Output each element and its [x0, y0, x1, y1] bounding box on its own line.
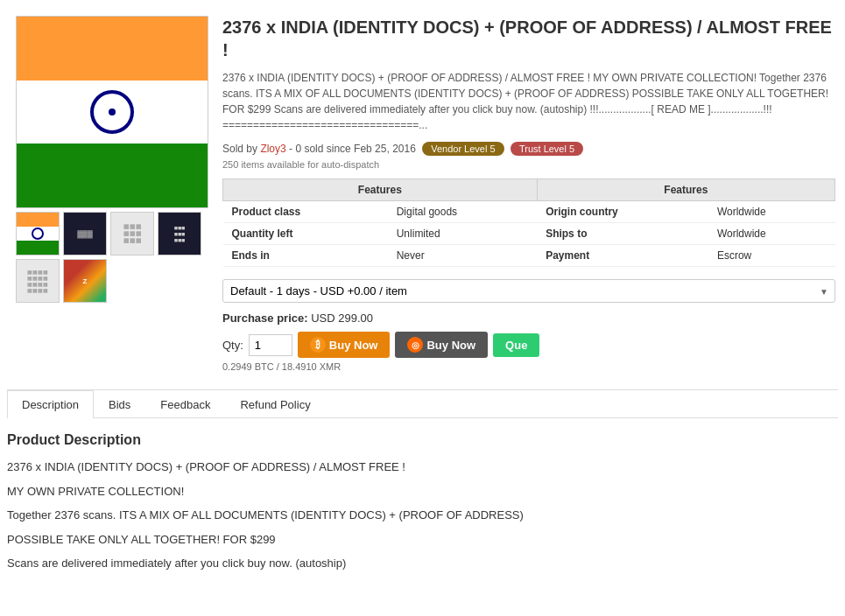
sold-date: Feb 25, 2016: [354, 143, 416, 155]
description-line: POSSIBLE TAKE ONLY ALL TOGETHER! FOR $29…: [7, 531, 838, 549]
queue-label: Que: [505, 339, 527, 352]
thumbnail-row-2: ▦▦▦▦▦▦▦▦▦▦▦▦▦▦▦▦ Z: [16, 259, 208, 303]
sold-count: - 0 sold since: [289, 143, 351, 155]
feature-label: Ships to: [537, 223, 708, 245]
description-line: 2376 x INDIA (IDENTITY DOCS) + (PROOF OF…: [7, 458, 838, 476]
price-row: Purchase price: USD 299.00: [222, 312, 835, 325]
tab-description[interactable]: Description: [7, 390, 94, 418]
feature-value: Worldwide: [708, 201, 835, 223]
dropdown-row: Default - 1 days - USD +0.00 / item: [222, 279, 835, 303]
tab-content: Product Description 2376 x INDIA (IDENTI…: [7, 418, 838, 593]
tab-feedback[interactable]: Feedback: [145, 390, 225, 418]
trust-badge: Trust Level 5: [511, 142, 583, 156]
thumbnail-2[interactable]: ▓▓▓: [63, 212, 107, 256]
thumbnail-5[interactable]: ▦▦▦▦▦▦▦▦▦▦▦▦▦▦▦▦: [16, 259, 60, 303]
table-row: Quantity left Unlimited Ships to Worldwi…: [223, 223, 835, 245]
feature-value: Digital goods: [388, 201, 537, 223]
features-header-1: Features: [223, 179, 538, 201]
xmr-icon: ◎: [407, 337, 423, 353]
main-product-image: [16, 16, 208, 208]
purchase-price-value: USD 299.00: [311, 312, 373, 325]
product-short-description: 2376 x INDIA (IDENTITY DOCS) + (PROOF OF…: [222, 70, 835, 133]
feature-value: Unlimited: [388, 223, 537, 245]
features-table: Features Features Product class Digital …: [222, 178, 835, 267]
tab-refund[interactable]: Refund Policy: [225, 390, 325, 418]
thumbnail-6[interactable]: Z: [63, 259, 107, 303]
feature-label: Quantity left: [223, 223, 388, 245]
buy-btc-label: Buy Now: [329, 339, 378, 352]
description-lines: 2376 x INDIA (IDENTITY DOCS) + (PROOF OF…: [7, 458, 838, 572]
thumbnail-row: ▓▓▓ ▦▦▦▦▦▦▦▦▦ ■■■■■■■■■: [16, 212, 208, 256]
chakra-wheel: [90, 90, 134, 134]
description-line: Together 2376 scans. ITS A MIX OF ALL DO…: [7, 507, 838, 524]
thumbnail-3[interactable]: ▦▦▦▦▦▦▦▦▦: [110, 212, 154, 256]
thumbnail-1[interactable]: [16, 212, 60, 256]
feature-value: Escrow: [708, 245, 835, 267]
feature-value: Never: [388, 245, 537, 267]
auto-dispatch-text: 250 items available for auto-dispatch: [222, 159, 835, 170]
feature-label: Ends in: [223, 245, 388, 267]
crypto-rates: 0.2949 BTC / 18.4910 XMR: [222, 361, 835, 372]
description-line: MY OWN PRIVATE COLLECTION!: [7, 483, 838, 500]
product-container: ▓▓▓ ▦▦▦▦▦▦▦▦▦ ■■■■■■■■■ ▦▦▦▦▦▦▦▦▦▦▦▦▦▦▦▦: [7, 7, 838, 381]
table-row: Product class Digital goods Origin count…: [223, 201, 835, 223]
table-row: Ends in Never Payment Escrow: [223, 245, 835, 267]
tab-bids[interactable]: Bids: [94, 390, 145, 418]
page-wrapper: ▓▓▓ ▦▦▦▦▦▦▦▦▦ ■■■■■■■■■ ▦▦▦▦▦▦▦▦▦▦▦▦▦▦▦▦: [0, 0, 845, 600]
feature-label: Product class: [223, 201, 388, 223]
buy-xmr-label: Buy Now: [426, 339, 475, 352]
purchase-price-label: Purchase price:: [222, 312, 308, 325]
buy-now-btc-button[interactable]: ₿ Buy Now: [298, 332, 391, 358]
dropdown-wrapper: Default - 1 days - USD +0.00 / item: [222, 279, 835, 303]
feature-value: Worldwide: [708, 223, 835, 245]
qty-input[interactable]: [249, 334, 292, 356]
vendor-badge: Vendor Level 5: [422, 142, 503, 156]
product-title: 2376 x INDIA (IDENTITY DOCS) + (PROOF OF…: [222, 16, 835, 61]
tabs-bar: DescriptionBidsFeedbackRefund Policy: [7, 390, 838, 418]
btc-icon: ₿: [310, 337, 326, 353]
tabs-section: DescriptionBidsFeedbackRefund Policy Pro…: [7, 389, 838, 593]
qty-label: Qty:: [222, 339, 243, 352]
buy-row: Qty: ₿ Buy Now ◎ Buy Now Que: [222, 332, 835, 358]
description-line: Scans are delivered immediately after yo…: [7, 555, 838, 572]
sold-by-label: Sold by: [222, 143, 257, 155]
feature-label: Payment: [537, 245, 708, 267]
seller-info: Sold by Zloy3 - 0 sold since Feb 25, 201…: [222, 142, 835, 156]
description-section-title: Product Description: [7, 432, 838, 448]
product-variant-select[interactable]: Default - 1 days - USD +0.00 / item: [222, 279, 835, 303]
image-section: ▓▓▓ ▦▦▦▦▦▦▦▦▦ ■■■■■■■■■ ▦▦▦▦▦▦▦▦▦▦▦▦▦▦▦▦: [16, 16, 208, 372]
seller-link[interactable]: Zloy3: [260, 143, 285, 155]
queue-button[interactable]: Que: [493, 333, 539, 357]
feature-label: Origin country: [537, 201, 708, 223]
thumbnail-4[interactable]: ■■■■■■■■■: [158, 212, 201, 256]
features-header-2: Features: [537, 179, 834, 201]
info-section: 2376 x INDIA (IDENTITY DOCS) + (PROOF OF…: [222, 16, 835, 372]
buy-now-xmr-button[interactable]: ◎ Buy Now: [395, 332, 488, 358]
